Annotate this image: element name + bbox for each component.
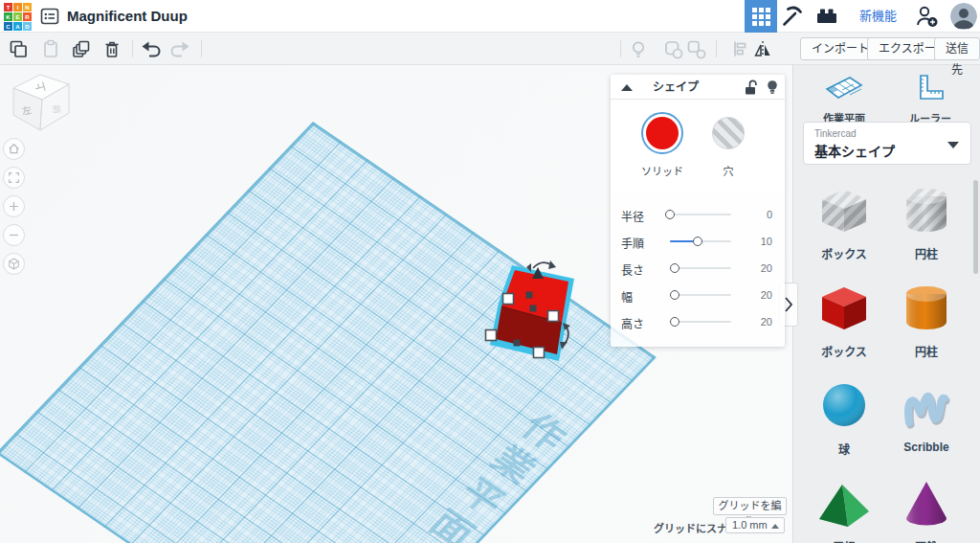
slider-handle[interactable] xyxy=(670,263,679,273)
shape-tile-label: ボックス xyxy=(803,343,885,359)
shape-tile-sphere[interactable]: 球 xyxy=(803,377,885,457)
edge-handle[interactable] xyxy=(514,340,521,347)
corner-handle[interactable] xyxy=(548,311,559,322)
zoom-out-button[interactable] xyxy=(3,224,25,246)
slider-label: 高さ xyxy=(621,315,644,331)
toolbar-separator xyxy=(201,40,202,57)
slider-value: 0 xyxy=(747,209,772,220)
slider-value: 20 xyxy=(747,316,772,328)
zoom-in-button[interactable] xyxy=(3,195,25,217)
visibility-bulb-icon[interactable] xyxy=(764,79,781,96)
hole-label: 穴 xyxy=(700,163,757,178)
slider-handle[interactable] xyxy=(670,317,679,327)
corner-handle[interactable] xyxy=(534,348,545,358)
ruler-tool[interactable]: ルーラー xyxy=(889,73,971,125)
send-to-button[interactable]: 送信先 xyxy=(934,37,980,60)
logo-tile: I xyxy=(13,3,22,11)
slider-handle[interactable] xyxy=(670,290,679,300)
perspective-toggle-button[interactable] xyxy=(3,253,25,275)
group-icon[interactable] xyxy=(662,38,683,59)
slider-row: 半径 0 xyxy=(611,201,785,228)
design-menu-icon[interactable] xyxy=(40,7,59,26)
toolbar-separator xyxy=(132,40,133,57)
slider-track[interactable] xyxy=(670,267,731,269)
align-icon[interactable] xyxy=(729,38,750,59)
grid-icon xyxy=(752,8,770,26)
duplicate-icon[interactable] xyxy=(71,38,92,59)
shape-tile-label: 円柱 xyxy=(885,245,968,261)
logo-tile: D xyxy=(23,22,32,31)
logo-tile: K xyxy=(4,12,12,21)
slider-row: 幅 20 xyxy=(611,282,785,308)
slider-track[interactable] xyxy=(670,294,731,296)
snap-grid-dropdown[interactable]: 1.0 mm xyxy=(725,517,785,533)
workplane-watermark: 作業平面 xyxy=(409,400,577,543)
workplane-tool[interactable]: 作業平面 xyxy=(803,73,885,125)
show-all-bulb-icon[interactable] xyxy=(628,38,649,59)
view-cube-front-label: 前 xyxy=(52,104,63,114)
sidebar-scrollbar[interactable] xyxy=(973,180,978,274)
minecraft-pickaxe-icon[interactable] xyxy=(779,4,804,29)
shape-parameters: 半径 0 手順 10 長さ 20 幅 20 高さ 20 xyxy=(611,192,785,347)
shape-tile-label: 円錐 xyxy=(885,538,968,543)
logo-tile: N xyxy=(23,3,32,11)
view-cube[interactable]: 上 左 前 xyxy=(8,69,75,142)
slider-value: 20 xyxy=(747,262,772,274)
slider-handle[interactable] xyxy=(693,237,702,246)
logo-tile: E xyxy=(13,12,22,21)
slider-row: 高さ 20 xyxy=(611,308,785,335)
tinkercad-logo[interactable]: TINKERCAD xyxy=(4,3,32,31)
slider-track[interactable] xyxy=(670,214,731,215)
corner-handle[interactable] xyxy=(486,330,497,341)
solid-color-swatch xyxy=(646,117,679,149)
ungroup-icon[interactable] xyxy=(685,38,706,59)
chevron-down-icon xyxy=(947,142,959,148)
slider-track[interactable] xyxy=(670,240,731,242)
mirror-icon[interactable] xyxy=(752,38,773,59)
shape-tile-hole-cylinder[interactable]: 円柱 xyxy=(885,182,968,261)
logo-tile: T xyxy=(4,3,12,11)
inspector-header: シェイプ xyxy=(611,75,785,100)
hole-material-option[interactable] xyxy=(712,117,745,149)
shape-tile-cone[interactable]: 円錐 xyxy=(885,475,968,543)
shape-tile-label: Scribble xyxy=(885,441,968,454)
material-selector: ソリッド 穴 xyxy=(611,100,785,192)
corner-handle[interactable] xyxy=(503,294,514,305)
slider-handle[interactable] xyxy=(665,210,675,219)
edge-handle[interactable] xyxy=(530,305,537,312)
delete-icon[interactable] xyxy=(101,38,122,59)
shape-tile-scribble[interactable]: Scribble xyxy=(885,377,968,454)
undo-icon[interactable] xyxy=(140,38,161,59)
library-group-label: Tinkercad xyxy=(814,128,857,139)
selected-box-shape[interactable] xyxy=(474,242,598,375)
copy-icon[interactable] xyxy=(8,38,29,59)
shape-tile-cylinder[interactable]: 円柱 xyxy=(885,280,968,359)
dashboard-button[interactable] xyxy=(745,0,777,33)
chevron-right-icon xyxy=(784,296,793,313)
unlock-icon[interactable] xyxy=(743,79,760,96)
shape-tile-roof[interactable]: 屋根 xyxy=(803,475,885,543)
solid-material-option[interactable] xyxy=(641,112,683,154)
shape-tile-label: ボックス xyxy=(803,245,885,261)
redo-icon[interactable] xyxy=(170,38,191,59)
toolbar-separator xyxy=(716,40,717,57)
shape-library-dropdown[interactable]: Tinkercad 基本シェイプ xyxy=(803,122,971,165)
shape-tile-label: 円柱 xyxy=(885,343,968,359)
avatar[interactable] xyxy=(950,3,977,30)
shape-tile-hole-box[interactable]: ボックス xyxy=(803,182,885,261)
new-features-link[interactable]: 新機能 xyxy=(859,0,897,33)
paste-icon[interactable] xyxy=(40,38,61,59)
invite-user-icon[interactable] xyxy=(914,3,939,28)
collapse-panel-icon[interactable] xyxy=(621,84,633,91)
shape-tile-label: 球 xyxy=(803,441,885,457)
shape-tile-label: 屋根 xyxy=(803,538,885,543)
slider-track[interactable] xyxy=(670,321,731,323)
solid-label: ソリッド xyxy=(634,163,691,178)
snap-grid-value: 1.0 mm xyxy=(732,519,768,531)
shape-tile-box[interactable]: ボックス xyxy=(803,280,885,359)
lego-brick-icon[interactable] xyxy=(814,4,839,29)
edge-handle[interactable] xyxy=(526,292,533,299)
home-view-button[interactable] xyxy=(3,138,25,160)
fit-view-button[interactable] xyxy=(3,167,25,189)
edit-grid-button[interactable]: グリッドを編集 xyxy=(713,497,787,515)
